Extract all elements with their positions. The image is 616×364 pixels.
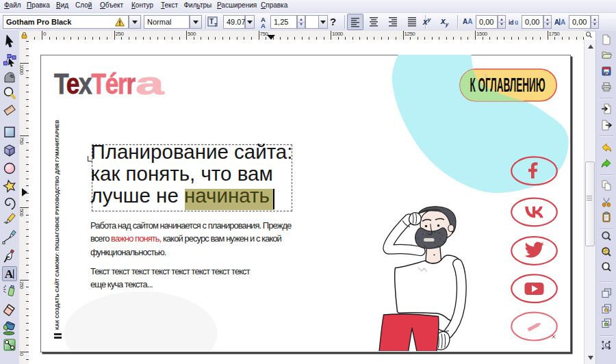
- svg-text:A: A: [261, 22, 266, 29]
- svg-text:id: id: [509, 19, 514, 26]
- svg-text:A: A: [561, 18, 565, 26]
- svg-text:A: A: [5, 268, 14, 281]
- svg-text:A: A: [554, 18, 559, 26]
- svg-text:ü: ü: [515, 19, 518, 26]
- svg-text:T: T: [214, 23, 218, 27]
- svg-text:T: T: [209, 18, 214, 25]
